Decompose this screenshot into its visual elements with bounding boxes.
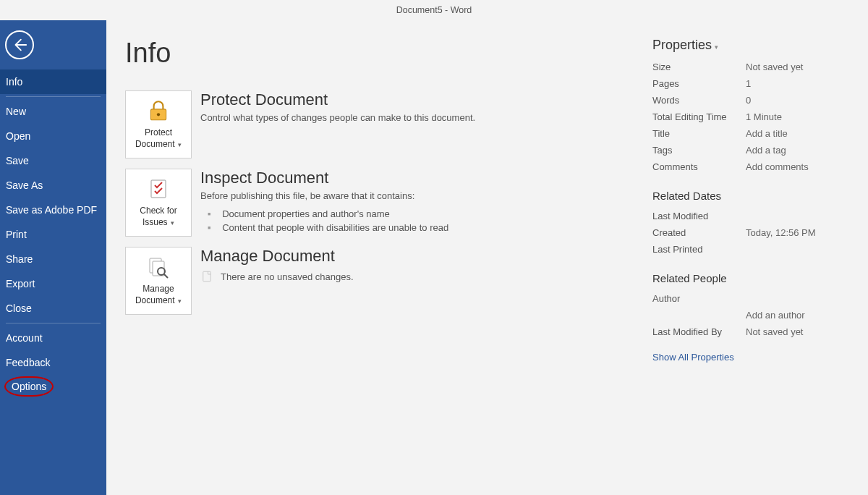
dates-grid: Last Modified Created Today, 12:56 PM La…: [652, 208, 854, 258]
prop-last-modified-value: [746, 208, 854, 224]
inspect-bullets: Document properties and author's name Co…: [200, 207, 628, 234]
title-bar: Document5 - Word: [0, 0, 868, 20]
nav-separator: [6, 96, 101, 97]
check-for-issues-button[interactable]: Check for Issues ▾: [125, 169, 192, 237]
arrow-left-icon: [12, 37, 27, 53]
center-column: Info Protect Document ▾ Protect Document…: [106, 20, 650, 495]
inspect-desc: Before publishing this file, be aware th…: [200, 190, 628, 201]
properties-heading[interactable]: Properties: [652, 38, 712, 53]
unsaved-row: There are no unsaved changes.: [200, 270, 628, 283]
prop-created-value: Today, 12:56 PM: [746, 224, 854, 241]
manage-document-section: Manage Document ▾ Manage Document There …: [125, 247, 628, 315]
prop-created-label: Created: [652, 224, 743, 241]
show-all-properties-link[interactable]: Show All Properties: [652, 352, 734, 363]
prop-size-value: Not saved yet: [746, 59, 854, 75]
nav-separator: [6, 323, 101, 323]
manage-title: Manage Document: [200, 247, 628, 266]
back-button[interactable]: [5, 30, 34, 59]
nav-save-adobe-pdf[interactable]: Save as Adobe PDF: [0, 198, 106, 222]
inspect-bullet-1: Document properties and author's name: [200, 207, 628, 221]
nav-save[interactable]: Save: [0, 148, 106, 173]
prop-tet-value: 1 Minute: [746, 109, 854, 125]
prop-tet-label: Total Editing Time: [652, 109, 743, 125]
options-circle-annotation: Options: [4, 376, 54, 397]
prop-lmb-label: Last Modified By: [652, 323, 743, 340]
nav-account[interactable]: Account: [0, 326, 106, 350]
unsaved-text: There are no unsaved changes.: [221, 271, 354, 282]
page-title: Info: [125, 38, 628, 69]
prop-last-printed-label: Last Printed: [652, 241, 743, 258]
protect-title: Protect Document: [200, 90, 628, 109]
prop-lmb-value: Not saved yet: [746, 323, 854, 340]
prop-words-label: Words: [652, 92, 743, 109]
manage-document-button-label: Manage Document: [135, 284, 175, 305]
documents-magnifier-icon: [146, 255, 171, 279]
backstage-sidebar: Info New Open Save Save As Save as Adobe…: [0, 20, 106, 495]
prop-title-label: Title: [652, 125, 743, 142]
prop-author-value: [746, 290, 854, 307]
prop-words-value: 0: [746, 92, 854, 109]
prop-comments-value[interactable]: Add comments: [746, 158, 854, 175]
prop-author-label: Author: [652, 290, 743, 307]
chevron-down-icon: ▾: [176, 297, 182, 305]
prop-pages-label: Pages: [652, 75, 743, 92]
prop-last-printed-value: [746, 241, 854, 258]
nav-options-highlight: Options: [0, 376, 106, 397]
svg-rect-7: [203, 271, 211, 282]
chevron-down-icon: ▾: [715, 43, 718, 51]
prop-last-modified-label: Last Modified: [652, 208, 743, 224]
inspect-document-section: Check for Issues ▾ Inspect Document Befo…: [125, 169, 628, 237]
chevron-down-icon: ▾: [169, 219, 175, 227]
prop-add-author[interactable]: Add an author: [746, 307, 854, 323]
nav-open[interactable]: Open: [0, 124, 106, 148]
svg-line-6: [164, 274, 168, 278]
nav-print[interactable]: Print: [0, 222, 106, 247]
nav-close[interactable]: Close: [0, 296, 106, 321]
nav-feedback[interactable]: Feedback: [0, 350, 106, 375]
related-dates-heading: Related Dates: [652, 190, 854, 202]
nav-save-as[interactable]: Save As: [0, 173, 106, 198]
nav-info[interactable]: Info: [0, 69, 106, 94]
prop-title-value[interactable]: Add a title: [746, 125, 854, 142]
inspect-bullet-2: Content that people with disabilities ar…: [200, 221, 628, 234]
properties-panel: Properties▾ Size Not saved yet Pages 1 W…: [650, 20, 868, 495]
checklist-icon: [146, 177, 171, 201]
prop-tags-label: Tags: [652, 142, 743, 158]
nav-share[interactable]: Share: [0, 247, 106, 271]
nav-options[interactable]: Options: [12, 381, 46, 392]
manage-document-button[interactable]: Manage Document ▾: [125, 247, 192, 315]
inspect-title: Inspect Document: [200, 169, 628, 187]
nav-export[interactable]: Export: [0, 271, 106, 296]
main-area: Info Protect Document ▾ Protect Document…: [106, 20, 868, 495]
backstage-container: Info New Open Save Save As Save as Adobe…: [0, 20, 868, 495]
related-people-heading: Related People: [652, 272, 854, 284]
protect-desc: Control what types of changes people can…: [200, 112, 628, 123]
protect-document-button-label: Protect Document: [135, 127, 175, 149]
svg-point-1: [157, 114, 160, 117]
chevron-down-icon: ▾: [176, 141, 182, 148]
prop-comments-label: Comments: [652, 158, 743, 175]
document-icon: [200, 270, 213, 283]
people-grid: Author Add an author Last Modified By No…: [652, 290, 854, 340]
protect-document-button[interactable]: Protect Document ▾: [125, 90, 192, 158]
prop-size-label: Size: [652, 59, 743, 75]
prop-tags-value[interactable]: Add a tag: [746, 142, 854, 158]
properties-grid: Size Not saved yet Pages 1 Words 0 Total…: [652, 59, 854, 175]
prop-pages-value: 1: [746, 75, 854, 92]
lock-icon: [146, 98, 171, 123]
prop-author-empty: [652, 307, 743, 323]
nav-new[interactable]: New: [0, 99, 106, 124]
protect-document-section: Protect Document ▾ Protect Document Cont…: [125, 90, 628, 158]
svg-rect-2: [151, 180, 166, 198]
